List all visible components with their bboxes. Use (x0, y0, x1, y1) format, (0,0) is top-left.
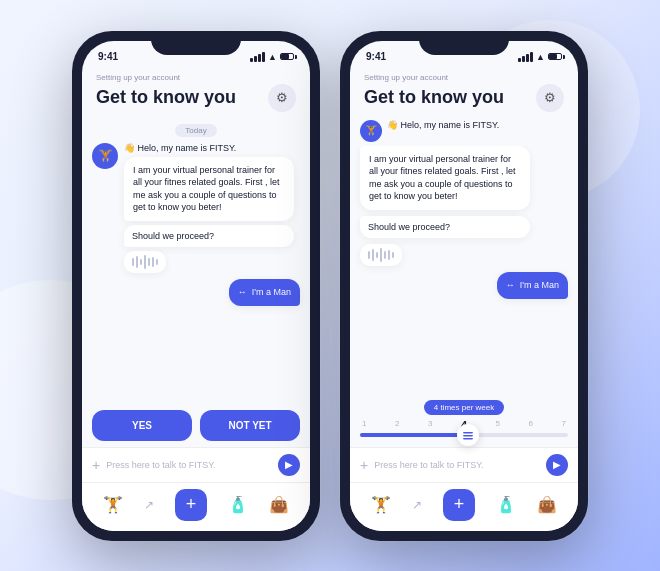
wave-bar-4 (144, 255, 146, 269)
audio-waves-left (124, 251, 166, 273)
wave-bar-7 (156, 259, 158, 265)
add-icon-right[interactable]: + (360, 457, 368, 473)
time-left: 9:41 (98, 51, 118, 62)
phone-right: 9:41 ▲ Setting up your account (340, 31, 588, 541)
page-title-left: Get to know you (96, 88, 236, 108)
signal-bar-r3 (526, 54, 529, 62)
signal-bar-2 (254, 56, 257, 62)
bot-bubble-1-left: I am your virtual personal trainer for a… (124, 157, 294, 221)
battery-fill-right (549, 54, 557, 59)
phones-container: 9:41 ▲ Setting up your account (72, 31, 588, 541)
app-header-right: Setting up your account Get to know you … (350, 69, 578, 120)
user-msg-icon-right: ↔ (506, 279, 515, 292)
wave-bar-3 (140, 259, 142, 265)
yes-button[interactable]: YES (92, 410, 192, 441)
slider-num-5: 5 (496, 419, 500, 431)
wave-bar-r3 (376, 252, 378, 258)
should-proceed-right: Should we proceed? (360, 216, 530, 239)
input-placeholder-right[interactable]: Press here to talk to FITSY. (374, 460, 540, 470)
wave-bar-r4 (380, 248, 382, 262)
slider-fill (360, 433, 468, 437)
svg-rect-0 (463, 432, 473, 434)
add-icon-left[interactable]: + (92, 457, 100, 473)
wifi-icon-left: ▲ (268, 52, 277, 62)
slider-num-7: 7 (561, 419, 565, 431)
user-bubble-left: ↔ I'm a Man (229, 279, 300, 306)
page-title-right: Get to know you (364, 88, 504, 108)
slider-num-6: 6 (529, 419, 533, 431)
signal-bar-1 (250, 58, 253, 62)
header-row-right: Get to know you ⚙ (364, 84, 564, 112)
nav-arrows-left[interactable]: ↗ (144, 498, 154, 512)
send-btn-left[interactable]: ▶ (278, 454, 300, 476)
chat-area-left: Today 🏋 👋 Helo, my name is FITSY. I am y… (82, 120, 310, 404)
time-right: 9:41 (366, 51, 386, 62)
wave-bar-r5 (384, 251, 386, 259)
wave-bar-r2 (372, 249, 374, 261)
slider-num-2: 2 (395, 419, 399, 431)
phone-inner-left: 9:41 ▲ Setting up your account (82, 41, 310, 531)
not-yet-button[interactable]: NOT YET (200, 410, 300, 441)
wave-bar-2 (136, 256, 138, 268)
nav-bag-left[interactable]: 👜 (269, 495, 289, 514)
settings-btn-right[interactable]: ⚙ (536, 84, 564, 112)
bottom-nav-left: 🏋 ↗ + 🧴 👜 (82, 482, 310, 531)
bottom-nav-right: 🏋 ↗ + 🧴 👜 (350, 482, 578, 531)
user-bubble-right: ↔ I'm a Man (497, 272, 568, 299)
wave-bar-r7 (392, 252, 394, 258)
user-msg-text-right: I'm a Man (520, 279, 559, 292)
nav-add-right[interactable]: + (443, 489, 475, 521)
settings-btn-left[interactable]: ⚙ (268, 84, 296, 112)
input-placeholder-left[interactable]: Press here to talk to FITSY. (106, 460, 272, 470)
nav-bag-right[interactable]: 👜 (537, 495, 557, 514)
bot-message-row-left: 🏋 👋 Helo, my name is FITSY. I am your vi… (92, 143, 300, 274)
today-badge-left: Today (175, 124, 216, 137)
user-msg-text-left: I'm a Man (252, 286, 291, 299)
status-icons-left: ▲ (250, 52, 294, 62)
greeting-bubble-left: 👋 Helo, my name is FITSY. (124, 143, 300, 153)
nav-add-left[interactable]: + (175, 489, 207, 521)
battery-fill-left (281, 54, 289, 59)
action-buttons-left: YES NOT YET (82, 404, 310, 447)
bot-avatar-left: 🏋 (92, 143, 118, 169)
input-bar-left: + Press here to talk to FITSY. ▶ (82, 447, 310, 482)
phone-left: 9:41 ▲ Setting up your account (72, 31, 320, 541)
battery-right (548, 53, 562, 60)
drag-icon (462, 430, 474, 440)
nav-dumbbell-left[interactable]: 🏋 (103, 495, 123, 514)
svg-rect-2 (463, 438, 473, 440)
slider-section: 4 times per week 1 2 3 4 5 6 7 (350, 392, 578, 447)
wave-bar-5 (148, 258, 150, 266)
bot-bubble-1-right: I am your virtual personal trainer for a… (360, 146, 530, 210)
svg-rect-1 (463, 435, 473, 437)
nav-dumbbell-right[interactable]: 🏋 (371, 495, 391, 514)
wifi-icon-right: ▲ (536, 52, 545, 62)
user-message-row-right: ↔ I'm a Man (360, 272, 568, 299)
phone-inner-right: 9:41 ▲ Setting up your account (350, 41, 578, 531)
user-message-row-left: ↔ I'm a Man (92, 279, 300, 306)
status-icons-right: ▲ (518, 52, 562, 62)
wave-bar-6 (152, 257, 154, 267)
slider-num-1: 1 (362, 419, 366, 431)
signal-bar-r1 (518, 58, 521, 62)
wave-bar-r1 (368, 251, 370, 259)
user-msg-icon-left: ↔ (238, 286, 247, 299)
inline-bot-avatar: 🏋 (360, 120, 382, 142)
slider-track[interactable] (360, 433, 568, 437)
battery-left (280, 53, 294, 60)
wave-bar-1 (132, 258, 134, 266)
nav-bottle-right[interactable]: 🧴 (496, 495, 516, 514)
send-btn-right[interactable]: ▶ (546, 454, 568, 476)
slider-thumb[interactable] (457, 424, 479, 446)
slider-num-3: 3 (428, 419, 432, 431)
nav-arrows-right[interactable]: ↗ (412, 498, 422, 512)
wave-bar-r6 (388, 250, 390, 260)
header-row-left: Get to know you ⚙ (96, 84, 296, 112)
setup-label-right: Setting up your account (364, 73, 564, 82)
audio-waves-right (360, 244, 402, 266)
input-bar-right: + Press here to talk to FITSY. ▶ (350, 447, 578, 482)
nav-bottle-left[interactable]: 🧴 (228, 495, 248, 514)
inline-bot-row: 🏋 👋 Helo, my name is FITSY. (350, 120, 578, 142)
notch-left (151, 31, 241, 55)
signal-bar-3 (258, 54, 261, 62)
